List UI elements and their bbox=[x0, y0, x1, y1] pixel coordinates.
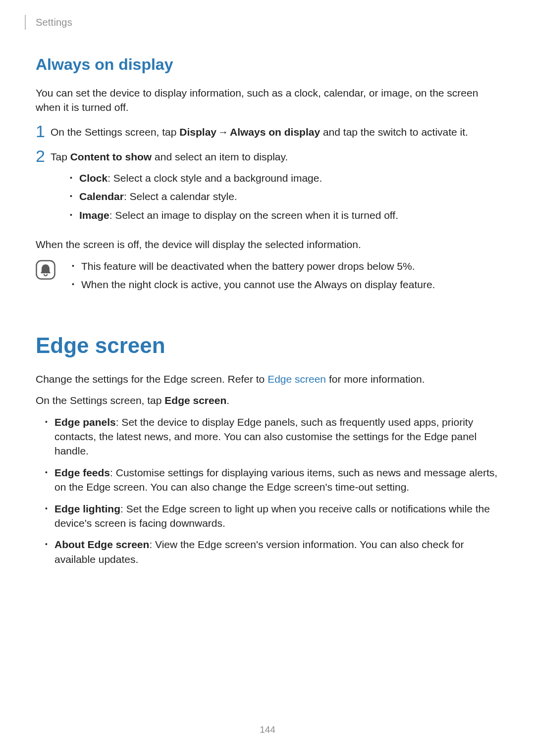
text: and tap the switch to activate it. bbox=[320, 126, 468, 138]
aod-intro: You can set the device to display inform… bbox=[36, 86, 499, 115]
option-desc: : Set the device to display Edge panels,… bbox=[54, 416, 477, 457]
edge-heading: Edge screen bbox=[36, 330, 499, 361]
list-item: Clock: Select a clock style and a backgr… bbox=[65, 171, 499, 185]
option-label: Edge panels bbox=[54, 416, 116, 428]
edge-tap-instruction: On the Settings screen, tap Edge screen. bbox=[36, 393, 499, 407]
note-list: This feature will be deactivated when th… bbox=[67, 259, 499, 296]
text: Change the settings for the Edge screen.… bbox=[36, 373, 268, 385]
bold-aod: Always on display bbox=[230, 126, 320, 138]
aod-heading: Always on display bbox=[36, 53, 499, 76]
list-item: Edge feeds: Customise settings for displ… bbox=[41, 465, 499, 495]
option-desc: : Select a calendar style. bbox=[124, 191, 237, 202]
option-label: Image bbox=[79, 209, 109, 221]
note-block: This feature will be deactivated when th… bbox=[36, 259, 499, 296]
list-item: Edge lighting: Set the Edge screen to li… bbox=[41, 502, 499, 531]
step-number: 1 bbox=[36, 123, 51, 140]
bold-content-to-show: Content to show bbox=[70, 151, 152, 162]
option-label: About Edge screen bbox=[54, 539, 149, 550]
step-number: 2 bbox=[36, 148, 51, 164]
header-rule: Settings bbox=[25, 15, 499, 30]
text: On the Settings screen, tap bbox=[36, 395, 164, 406]
text: for more information. bbox=[326, 373, 425, 385]
text: and select an item to display. bbox=[152, 151, 288, 162]
list-item: Edge panels: Set the device to display E… bbox=[41, 415, 499, 458]
option-desc: : Customise settings for displaying vari… bbox=[54, 467, 497, 493]
list-item: Calendar: Select a calendar style. bbox=[65, 189, 499, 203]
arrow-icon: → bbox=[216, 126, 230, 138]
edge-screen-link[interactable]: Edge screen bbox=[268, 373, 326, 385]
aod-step-2: 2 Tap Content to show and select an item… bbox=[36, 149, 499, 227]
option-desc: : Select a clock style and a background … bbox=[107, 172, 322, 184]
aod-step-1: 1 On the Settings screen, tap Display→Al… bbox=[36, 124, 499, 140]
text: . bbox=[226, 395, 229, 406]
aod-after-text: When the screen is off, the device will … bbox=[36, 237, 499, 252]
text: On the Settings screen, tap bbox=[51, 126, 179, 138]
step-body: On the Settings screen, tap Display→Alwa… bbox=[51, 124, 499, 139]
header-section-label: Settings bbox=[36, 15, 72, 29]
option-label: Calendar bbox=[79, 191, 124, 202]
note-text: This feature will be deactivated when th… bbox=[81, 260, 415, 272]
step-body: Tap Content to show and select an item t… bbox=[51, 149, 499, 227]
bell-note-icon bbox=[36, 260, 55, 280]
option-label: Edge lighting bbox=[54, 503, 120, 514]
page-number: 144 bbox=[0, 724, 535, 735]
option-desc: : Select an image to display on the scre… bbox=[109, 209, 398, 221]
list-item: When the night clock is active, you cann… bbox=[67, 277, 499, 292]
content-options-list: Clock: Select a clock style and a backgr… bbox=[65, 171, 499, 222]
option-label: Clock bbox=[79, 172, 107, 184]
text: Tap bbox=[51, 151, 70, 162]
bold-edge-screen: Edge screen bbox=[164, 395, 226, 406]
list-item: About Edge screen: View the Edge screen'… bbox=[41, 537, 499, 566]
list-item: This feature will be deactivated when th… bbox=[67, 259, 499, 273]
note-text: When the night clock is active, you cann… bbox=[81, 279, 435, 290]
list-item: Image: Select an image to display on the… bbox=[65, 208, 499, 222]
bold-display: Display bbox=[179, 126, 216, 138]
edge-options-list: Edge panels: Set the device to display E… bbox=[41, 415, 499, 567]
page-content: Settings Always on display You can set t… bbox=[0, 0, 535, 566]
option-label: Edge feeds bbox=[54, 467, 110, 478]
edge-intro: Change the settings for the Edge screen.… bbox=[36, 372, 499, 386]
